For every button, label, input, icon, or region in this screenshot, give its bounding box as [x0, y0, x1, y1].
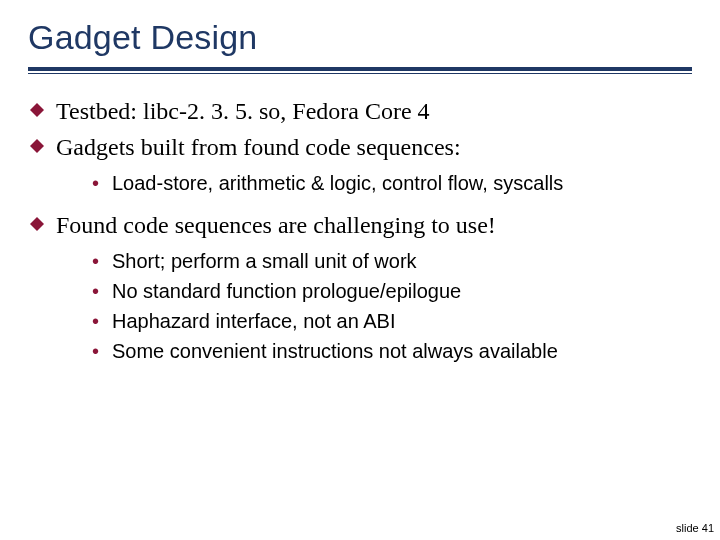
- diamond-icon: [30, 103, 44, 117]
- sub-bullet-text: Short; perform a small unit of work: [112, 250, 417, 272]
- bullet-text: Found code sequences are challenging to …: [56, 212, 496, 238]
- bullet-text: Gadgets built from found code sequences:: [56, 134, 461, 160]
- slide-title: Gadget Design: [28, 18, 692, 57]
- bullet-item: Testbed: libc-2. 3. 5. so, Fedora Core 4: [28, 96, 692, 126]
- rule-thick: [28, 67, 692, 71]
- diamond-icon: [30, 217, 44, 231]
- svg-marker-0: [30, 103, 44, 117]
- slide-body: Testbed: libc-2. 3. 5. so, Fedora Core 4…: [28, 96, 692, 364]
- sub-bullet-item: Haphazard interface, not an ABI: [56, 308, 692, 334]
- bullet-item: Found code sequences are challenging to …: [28, 210, 692, 364]
- sub-bullet-text: Load-store, arithmetic & logic, control …: [112, 172, 563, 194]
- slide: Gadget Design Testbed: libc-2. 3. 5. so,…: [0, 0, 720, 540]
- sub-bullet-text: Haphazard interface, not an ABI: [112, 310, 396, 332]
- slide-number: slide 41: [676, 522, 714, 534]
- bullet-item: Gadgets built from found code sequences:…: [28, 132, 692, 196]
- svg-marker-1: [30, 139, 44, 153]
- sub-bullet-item: Load-store, arithmetic & logic, control …: [56, 170, 692, 196]
- diamond-icon: [30, 139, 44, 153]
- sub-bullet-list: Load-store, arithmetic & logic, control …: [56, 170, 692, 196]
- bullet-text: Testbed: libc-2. 3. 5. so, Fedora Core 4: [56, 98, 430, 124]
- sub-bullet-text: No standard function prologue/epilogue: [112, 280, 461, 302]
- svg-marker-2: [30, 217, 44, 231]
- sub-bullet-list: Short; perform a small unit of work No s…: [56, 248, 692, 364]
- sub-bullet-item: Short; perform a small unit of work: [56, 248, 692, 274]
- bullet-list: Testbed: libc-2. 3. 5. so, Fedora Core 4…: [28, 96, 692, 364]
- sub-bullet-text: Some convenient instructions not always …: [112, 340, 558, 362]
- sub-bullet-item: No standard function prologue/epilogue: [56, 278, 692, 304]
- sub-bullet-item: Some convenient instructions not always …: [56, 338, 692, 364]
- rule-thin: [28, 73, 692, 74]
